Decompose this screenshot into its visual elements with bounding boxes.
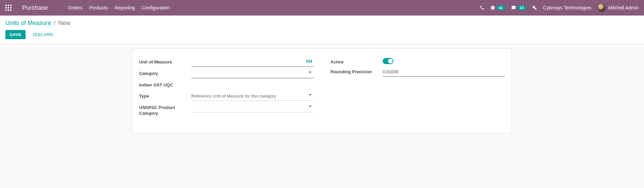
row-type: Type — [139, 92, 314, 101]
rounding-input[interactable] — [383, 68, 505, 77]
discard-button[interactable]: DISCARD — [29, 30, 58, 39]
field-type — [191, 92, 314, 101]
field-active — [383, 58, 505, 64]
discuss-icon[interactable]: 13 — [511, 5, 526, 10]
label-active: Active — [330, 58, 383, 65]
nav-reporting[interactable]: Reporting — [115, 5, 135, 10]
form-container: Unit of Measure EN Category Indian GST U… — [127, 48, 517, 133]
breadcrumb-separator: / — [54, 20, 56, 27]
user-name: Mitchell Admin — [608, 5, 639, 10]
row-unspsc: UNSPSC Product Category — [139, 104, 314, 116]
activities-icon[interactable]: 41 — [490, 5, 505, 10]
user-menu[interactable]: Mitchell Admin — [598, 4, 639, 12]
label-unspsc: UNSPSC Product Category — [139, 104, 191, 116]
top-navbar: Purchase Orders Products Reporting Confi… — [0, 0, 644, 16]
nav-orders[interactable]: Orders — [68, 5, 83, 10]
label-type: Type — [139, 92, 191, 99]
label-indian-gst: Indian GST UQC — [139, 81, 191, 88]
row-unit-of-measure: Unit of Measure EN — [139, 58, 314, 67]
field-indian-gst — [191, 81, 314, 89]
brand-title[interactable]: Purchase — [21, 4, 48, 11]
nav-configuration[interactable]: Configuration — [142, 5, 170, 10]
indian-gst-input[interactable] — [191, 81, 314, 89]
debug-icon[interactable] — [532, 5, 537, 10]
apps-icon[interactable] — [5, 5, 11, 11]
form-grid: Unit of Measure EN Category Indian GST U… — [139, 58, 505, 119]
field-unit-of-measure: EN — [191, 58, 314, 67]
row-rounding: Rounding Precision — [330, 68, 505, 77]
unspsc-input[interactable] — [191, 104, 314, 112]
form-col-left: Unit of Measure EN Category Indian GST U… — [139, 58, 314, 119]
save-button[interactable]: SAVE — [5, 30, 26, 39]
breadcrumb-current: New — [58, 20, 70, 27]
type-select[interactable] — [191, 92, 314, 101]
active-toggle[interactable] — [383, 58, 393, 64]
lang-badge[interactable]: EN — [306, 59, 312, 64]
row-category: Category — [139, 70, 314, 78]
toggle-knob — [388, 59, 393, 63]
nav-products[interactable]: Products — [89, 5, 108, 10]
activities-badge: 41 — [496, 5, 505, 10]
label-rounding: Rounding Precision — [330, 68, 383, 75]
avatar-icon — [598, 4, 606, 12]
breadcrumb-parent[interactable]: Units of Measure — [5, 20, 51, 27]
form-sheet: Unit of Measure EN Category Indian GST U… — [132, 48, 512, 133]
cp-buttons: SAVE DISCARD — [5, 30, 639, 39]
phone-icon[interactable] — [480, 5, 484, 10]
field-category — [191, 70, 314, 78]
label-unit-of-measure: Unit of Measure — [139, 58, 191, 65]
company-selector[interactable]: Cybrosys Technologies — [543, 5, 591, 10]
label-category: Category — [139, 70, 191, 77]
category-input[interactable] — [191, 70, 314, 78]
control-panel: Units of Measure / New SAVE DISCARD — [0, 16, 644, 44]
nav-menu: Orders Products Reporting Configuration — [68, 5, 170, 10]
field-rounding — [383, 68, 505, 77]
nav-left: Purchase Orders Products Reporting Confi… — [5, 4, 170, 11]
row-active: Active — [330, 58, 505, 65]
nav-right: 41 13 Cybrosys Technologies Mitchell Adm… — [480, 4, 639, 12]
field-unspsc — [191, 104, 314, 112]
breadcrumb: Units of Measure / New — [5, 20, 639, 27]
unit-of-measure-input[interactable] — [191, 58, 314, 67]
row-indian-gst: Indian GST UQC — [139, 81, 314, 89]
discuss-badge: 13 — [517, 5, 526, 10]
form-col-right: Active Rounding Precision — [330, 58, 505, 119]
